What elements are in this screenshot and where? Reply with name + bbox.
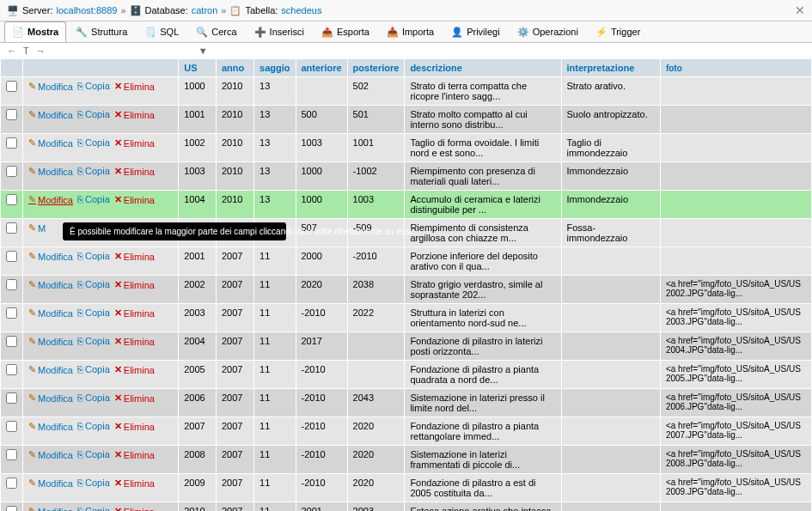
cell-saggio[interactable]: 11 xyxy=(254,474,296,502)
copy-button[interactable]: ⎘ Copia xyxy=(77,421,110,431)
col-posteriore[interactable]: posteriore xyxy=(347,59,405,77)
cell-us[interactable]: 2004 xyxy=(179,332,217,361)
edit-button[interactable]: ✎ Modifica xyxy=(28,506,73,511)
edit-button[interactable]: ✎ Modifica xyxy=(28,392,73,404)
cell-foto[interactable] xyxy=(660,77,811,106)
cell-descrizione[interactable]: Fondazione di pilastro a pianta quadrata… xyxy=(405,361,561,389)
edit-button[interactable]: ✎ Modifica xyxy=(28,81,73,92)
cell-saggio[interactable]: 11 xyxy=(254,417,296,446)
cell-anno[interactable]: 2007 xyxy=(216,474,253,502)
tab-inserisci[interactable]: ➕Inserisci xyxy=(247,21,312,42)
nav-t[interactable]: T xyxy=(23,46,29,56)
edit-button[interactable]: ✎ Modifica xyxy=(28,194,73,205)
cell-posteriore[interactable]: 2003 xyxy=(347,502,405,512)
edit-button[interactable]: ✎ Modifica xyxy=(28,478,73,489)
copy-button[interactable]: ⎘ Copia xyxy=(77,109,110,119)
row-checkbox[interactable] xyxy=(6,81,17,92)
close-icon[interactable]: ✕ xyxy=(795,3,805,17)
cell-saggio[interactable]: 13 xyxy=(254,191,296,219)
cell-posteriore[interactable]: 502 xyxy=(347,77,405,106)
cell-descrizione[interactable]: Strato di terra compatta che ricopre l'i… xyxy=(405,77,561,106)
row-checkbox[interactable] xyxy=(6,194,17,205)
cell-anteriore[interactable] xyxy=(296,77,347,106)
cell-descrizione[interactable]: Sistemazione in laterizi presso il limit… xyxy=(405,389,561,417)
cell-posteriore[interactable]: -2010 xyxy=(347,247,405,276)
db-link[interactable]: catron xyxy=(192,5,218,15)
row-checkbox[interactable] xyxy=(6,166,17,177)
cell-foto[interactable] xyxy=(660,191,811,219)
tab-struttura[interactable]: 🔧Struttura xyxy=(68,21,135,42)
cell-us[interactable]: 1002 xyxy=(179,134,217,162)
cell-interpretazione[interactable] xyxy=(561,389,660,417)
copy-button[interactable]: ⎘ Copia xyxy=(77,478,110,488)
cell-anteriore[interactable]: -2010 xyxy=(296,417,347,446)
copy-button[interactable]: ⎘ Copia xyxy=(77,449,110,459)
delete-button[interactable]: ✕ Elimina xyxy=(114,392,155,404)
cell-foto[interactable]: <a href="img/foto_US/sitoA_US/US 2002.JP… xyxy=(660,276,811,304)
cell-descrizione[interactable]: Fondazione di pilastro a pianta rettango… xyxy=(405,417,561,446)
cell-anno[interactable]: 2007 xyxy=(216,389,253,417)
row-checkbox[interactable] xyxy=(6,449,17,460)
row-checkbox[interactable] xyxy=(6,364,17,375)
cell-posteriore[interactable]: -1002 xyxy=(347,162,405,191)
cell-interpretazione[interactable] xyxy=(561,332,660,361)
cell-anteriore[interactable]: -2010 xyxy=(296,361,347,389)
cell-interpretazione[interactable]: Strato arativo. xyxy=(561,77,660,106)
row-checkbox[interactable] xyxy=(6,478,17,489)
copy-button[interactable]: ⎘ Copia xyxy=(77,364,110,374)
cell-interpretazione[interactable] xyxy=(561,247,660,276)
tab-mostra[interactable]: 📄Mostra xyxy=(4,21,66,42)
copy-button[interactable]: ⎘ Copia xyxy=(77,251,110,261)
cell-descrizione[interactable]: Estesa azione arativa che intacca strutt… xyxy=(405,502,561,512)
delete-button[interactable]: ✕ Elimina xyxy=(114,194,155,205)
copy-button[interactable]: ⎘ Copia xyxy=(77,81,110,91)
cell-anteriore[interactable]: 2020 xyxy=(296,276,347,304)
cell-interpretazione[interactable]: Fossa-immondezzaio xyxy=(561,219,660,247)
cell-interpretazione[interactable] xyxy=(561,417,660,446)
cell-posteriore[interactable]: 2022 xyxy=(347,304,405,332)
cell-descrizione[interactable]: Riempimento con presenza di materiali qu… xyxy=(405,162,561,191)
row-checkbox[interactable] xyxy=(6,222,17,234)
row-checkbox[interactable] xyxy=(6,279,17,290)
cell-us[interactable]: 1001 xyxy=(179,106,217,134)
col-us[interactable]: US xyxy=(179,59,217,77)
cell-interpretazione[interactable]: Immondezzaio xyxy=(561,191,660,219)
delete-button[interactable]: ✕ Elimina xyxy=(114,506,155,511)
cell-descrizione[interactable]: Strato molto compatto al cui interno son… xyxy=(405,106,561,134)
cell-saggio[interactable]: 11 xyxy=(254,361,296,389)
edit-button[interactable]: ✎ Modifica xyxy=(28,307,73,319)
delete-button[interactable]: ✕ Elimina xyxy=(114,449,155,460)
delete-button[interactable]: ✕ Elimina xyxy=(114,336,155,347)
edit-button[interactable]: ✎ Modifica xyxy=(28,166,73,177)
cell-foto[interactable]: <a href="img/foto_US/sitoA_US/US 2006.JP… xyxy=(660,389,811,417)
delete-button[interactable]: ✕ Elimina xyxy=(114,166,155,177)
cell-anno[interactable]: 2010 xyxy=(216,106,253,134)
cell-us[interactable]: 2003 xyxy=(179,304,217,332)
cell-us[interactable]: 2005 xyxy=(179,361,217,389)
row-checkbox[interactable] xyxy=(6,307,17,319)
cell-saggio[interactable]: 13 xyxy=(254,106,296,134)
copy-button[interactable]: ⎘ Copia xyxy=(77,307,110,318)
cell-posteriore[interactable] xyxy=(347,332,405,361)
tab-importa[interactable]: 📥Importa xyxy=(379,21,442,42)
cell-saggio[interactable]: 11 xyxy=(254,276,296,304)
row-checkbox[interactable] xyxy=(6,251,17,262)
cell-foto[interactable] xyxy=(660,162,811,191)
cell-foto[interactable] xyxy=(660,106,811,134)
cell-anteriore[interactable]: -2010 xyxy=(296,389,347,417)
cell-foto[interactable] xyxy=(660,134,811,162)
cell-us[interactable]: 1003 xyxy=(179,162,217,191)
row-checkbox[interactable] xyxy=(6,109,17,120)
edit-button[interactable]: ✎ M xyxy=(28,222,46,234)
edit-button[interactable]: ✎ Modifica xyxy=(28,421,73,432)
cell-interpretazione[interactable] xyxy=(561,474,660,502)
cell-anno[interactable]: 2007 xyxy=(216,332,253,361)
edit-button[interactable]: ✎ Modifica xyxy=(28,364,73,375)
cell-anno[interactable]: 2010 xyxy=(216,77,253,106)
cell-saggio[interactable]: 13 xyxy=(254,162,296,191)
cell-anteriore[interactable]: 1000 xyxy=(296,162,347,191)
copy-button[interactable]: ⎘ Copia xyxy=(77,506,110,511)
copy-button[interactable]: ⎘ Copia xyxy=(77,166,110,176)
copy-button[interactable]: ⎘ Copia xyxy=(77,392,110,403)
edit-button[interactable]: ✎ Modifica xyxy=(28,251,73,262)
